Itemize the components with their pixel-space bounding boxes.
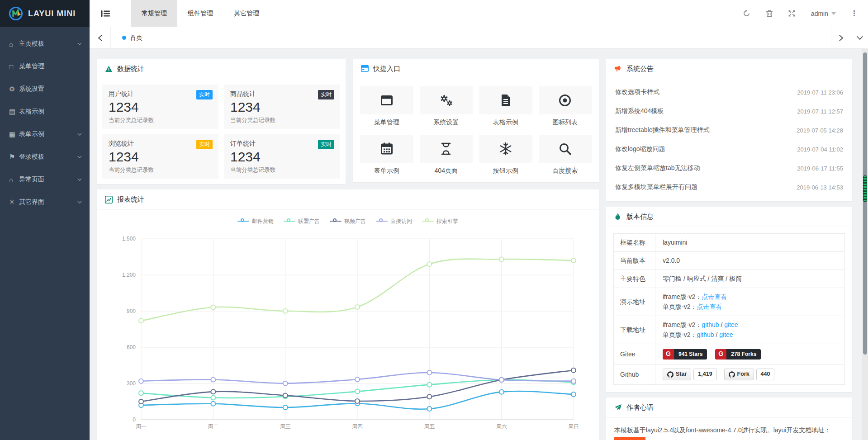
card-title: 快捷入口 <box>373 65 400 73</box>
download-github-link[interactable]: github <box>702 321 719 328</box>
download-gitee-link[interactable]: gitee <box>724 321 738 328</box>
gitee-badges: G 941 Stars G 278 Forks <box>655 344 845 364</box>
github-star-count[interactable]: 1,419 <box>693 369 716 380</box>
sidebar-item-system-settings[interactable]: ⚙ 系统设置 <box>0 78 90 100</box>
gitee-forks-badge[interactable]: G 278 Forks <box>715 349 761 360</box>
gears-icon: ⚙ <box>9 85 19 93</box>
window-icon <box>360 86 413 114</box>
svg-text:900: 900 <box>127 308 136 314</box>
legend-item[interactable]: 联盟广告 <box>284 216 320 226</box>
github-star-button[interactable]: Star <box>663 369 691 380</box>
legend-marker-icon <box>422 218 434 224</box>
sidebar-item-error-pages[interactable]: ⌂ 异常页面 <box>0 168 90 191</box>
svg-text:300: 300 <box>127 380 136 387</box>
chevron-down-icon <box>77 41 82 47</box>
collapse-menu-icon <box>101 10 110 17</box>
quick-button-demo[interactable]: 按钮示例 <box>479 135 532 175</box>
quick-404-page[interactable]: 404页面 <box>420 135 473 175</box>
file-icon: ▤ <box>9 108 19 116</box>
legend-marker-icon <box>237 218 249 224</box>
tab-operations-dropdown[interactable] <box>851 27 868 48</box>
list-item[interactable]: 修改logo缩放问题 2019-07-04 11:02 <box>615 140 843 159</box>
gitee-stars-badge[interactable]: G 941 Stars <box>663 349 707 360</box>
svg-text:周六: 周六 <box>496 423 507 430</box>
clear-cache-button[interactable] <box>761 5 778 22</box>
sidebar-item-table-demo[interactable]: ▤ 表格示例 <box>0 100 90 123</box>
chevron-left-icon <box>98 35 103 41</box>
sidebar-item-form-demo[interactable]: ▦ 表单示例 <box>0 123 90 146</box>
list-item[interactable]: 修复多模块菜单栏展开有问题 2019-06-13 14:53 <box>615 178 843 197</box>
download-gitee-link[interactable]: gitee <box>719 331 733 338</box>
framework-name: layuimini <box>655 234 845 252</box>
flag-icon: ⚑ <box>9 153 19 161</box>
status-badge: 实时 <box>196 140 213 149</box>
list-item[interactable]: 新增treetable插件和菜单管理样式 2019-07-05 14:28 <box>615 121 843 140</box>
version-info-header: 版本信息 <box>606 207 852 227</box>
report-header: 报表统计 <box>97 189 599 210</box>
home-icon: ⌂ <box>9 40 19 48</box>
chevron-down-icon <box>857 36 863 40</box>
scrollbar-thumb[interactable] <box>863 52 867 355</box>
stat-orders: 订单统计 1234 当前分类总记录数 实时 <box>224 134 340 179</box>
list-item[interactable]: 新增系统404模板 2019-07-11 12:57 <box>615 102 843 121</box>
sidebar-item-other-ui[interactable]: ✳ 其它界面 <box>0 191 90 213</box>
sidebar-item-login-template[interactable]: ⚑ 登录模板 <box>0 146 90 168</box>
card-title: 报表统计 <box>117 195 144 204</box>
legend-marker-icon <box>330 218 342 224</box>
tab-scroll-right-button[interactable] <box>831 27 851 48</box>
line-chart-icon <box>105 196 113 203</box>
snowflake-icon <box>479 135 532 163</box>
sidebar: LAYUI MINI ⌂ 主页模板 □ 菜单管理 ⚙ 系统设置 ▤ 表格示例 ▦… <box>0 0 90 440</box>
octocat-icon <box>729 371 735 378</box>
quick-baidu-search[interactable]: 百度搜索 <box>539 135 592 175</box>
header-tab-general[interactable]: 常规管理 <box>131 0 177 27</box>
sidebar-item-home-template[interactable]: ⌂ 主页模板 <box>0 33 90 55</box>
quick-icon-list[interactable]: 图标列表 <box>539 86 592 127</box>
more-options-button[interactable]: ⋮ <box>847 9 862 17</box>
fullscreen-button[interactable] <box>784 5 800 22</box>
download-links: iframe版-v2：github / gitee 单页版-v2：github … <box>655 316 845 344</box>
scrollbar-green-thumb[interactable] <box>863 175 867 202</box>
card-title: 系统公告 <box>626 65 654 73</box>
tab-home[interactable]: 首页 <box>111 27 154 48</box>
legend-item[interactable]: 视频广告 <box>330 216 366 226</box>
refresh-button[interactable] <box>739 5 755 22</box>
download-github-link[interactable]: github <box>697 331 714 338</box>
github-fork-button[interactable]: Fork <box>724 369 754 380</box>
legend-item[interactable]: 邮件营销 <box>237 216 274 226</box>
quick-menu-management[interactable]: 菜单管理 <box>360 86 413 127</box>
header-actions: admin ⋮ <box>739 0 868 27</box>
warning-triangle-icon <box>105 65 113 73</box>
github-fork-count[interactable]: 440 <box>756 369 775 380</box>
refresh-icon <box>743 9 750 17</box>
data-stats-card: 数据统计 用户统计 1234 当前分类总记录数 实时 商品统计 1234 当前分… <box>97 59 346 184</box>
asterisk-icon: ✳ <box>9 198 19 206</box>
sidebar-item-menu-management[interactable]: □ 菜单管理 <box>0 55 90 78</box>
sidebar-collapse-button[interactable] <box>90 0 121 27</box>
legend-item[interactable]: 搜索引擎 <box>422 216 458 226</box>
layui-doc-button[interactable]: layui文档 <box>614 437 645 440</box>
tab-scroll-left-button[interactable] <box>90 27 111 48</box>
version-info-card: 版本信息 框架名称 layuimini 当前版本 v2.0.0 主要特色 <box>606 207 852 392</box>
calendar-icon: ▦ <box>9 130 19 138</box>
quick-system-settings[interactable]: 系统设置 <box>420 86 473 127</box>
list-item[interactable]: 修复左侧菜单缩放tab无法移动 2019-06-17 11:55 <box>615 159 843 178</box>
demo-link-iframe[interactable]: 点击查看 <box>702 293 727 300</box>
page-tabbar: 首页 <box>90 27 868 49</box>
octocat-icon <box>667 371 674 378</box>
quick-table-demo[interactable]: 表格示例 <box>479 86 532 127</box>
legend-item[interactable]: 直接访问 <box>376 216 412 226</box>
paper-plane-icon <box>614 404 622 412</box>
header-tab-components[interactable]: 组件管理 <box>177 0 223 27</box>
version-table: 框架名称 layuimini 当前版本 v2.0.0 主要特色 零门槛 / 响应… <box>613 233 845 385</box>
header-tab-other[interactable]: 其它管理 <box>223 0 270 27</box>
scrollbar-track[interactable] <box>862 49 868 440</box>
quick-form-demo[interactable]: 表单示例 <box>360 135 413 175</box>
app-logo: LAYUI MINI <box>0 0 90 27</box>
author-note-header: 作者心语 <box>606 397 852 418</box>
demo-link-spa[interactable]: 点击查看 <box>697 303 722 310</box>
gears-icon <box>420 86 473 114</box>
chevron-down-icon <box>77 177 82 182</box>
list-item[interactable]: 修改选项卡样式 2019-07-11 23:06 <box>615 83 843 102</box>
user-menu[interactable]: admin <box>806 10 840 17</box>
